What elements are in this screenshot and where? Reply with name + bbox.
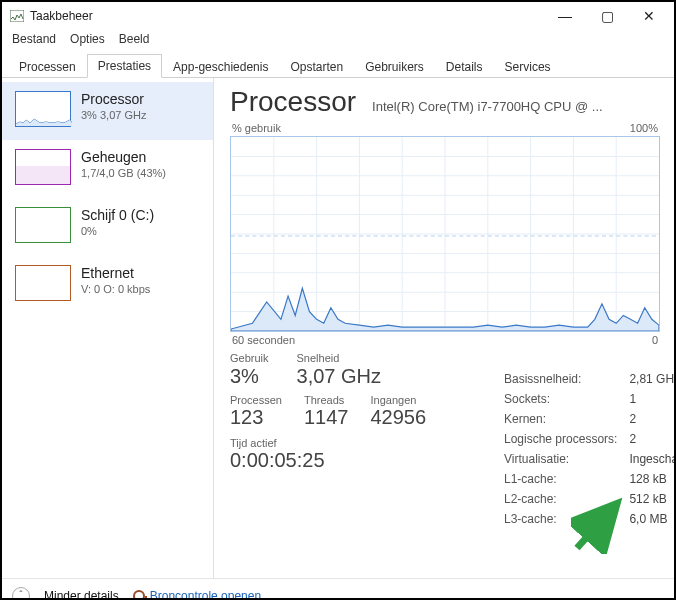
- tab-processes[interactable]: Processen: [8, 55, 87, 78]
- taskmanager-icon: [10, 10, 24, 22]
- sidebar-eth-title: Ethernet: [81, 265, 150, 281]
- handles-value: 42956: [370, 406, 426, 429]
- l1-cache-label: L1-cache:: [504, 470, 627, 488]
- tab-users[interactable]: Gebruikers: [354, 55, 435, 78]
- base-speed-label: Basissnelheid:: [504, 370, 627, 388]
- usage-label: Gebruik: [230, 352, 269, 364]
- cores-value: 2: [629, 410, 676, 428]
- maximize-button[interactable]: ▢: [586, 2, 628, 30]
- resource-monitor-link[interactable]: Broncontrole openen: [133, 589, 261, 601]
- l2-cache-value: 512 kB: [629, 490, 676, 508]
- chevron-up-icon[interactable]: ˆ: [12, 587, 30, 601]
- virtualization-value: Ingeschakeld: [629, 450, 676, 468]
- ethernet-thumbnail-icon: [15, 265, 71, 301]
- virtualization-label: Virtualisatie:: [504, 450, 627, 468]
- chart-xright: 0: [652, 334, 658, 346]
- l3-cache-value: 6,0 MB: [629, 510, 676, 528]
- sidebar-disk-title: Schijf 0 (C:): [81, 207, 154, 223]
- sidebar-mem-sub: 1,7/4,0 GB (43%): [81, 167, 166, 179]
- tab-app-history[interactable]: App-geschiedenis: [162, 55, 279, 78]
- threads-value: 1147: [304, 406, 349, 429]
- details-heading: Processor: [230, 86, 356, 118]
- cpu-thumbnail-icon: [15, 91, 71, 127]
- window-title: Taakbeheer: [30, 9, 93, 23]
- sidebar-item-disk[interactable]: Schijf 0 (C:) 0%: [2, 198, 213, 256]
- sockets-label: Sockets:: [504, 390, 627, 408]
- sidebar-disk-sub: 0%: [81, 225, 154, 237]
- tab-startup[interactable]: Opstarten: [279, 55, 354, 78]
- performance-sidebar: Processor 3% 3,07 GHz Geheugen 1,7/4,0 G…: [2, 78, 214, 578]
- tab-bar: Processen Prestaties App-geschiedenis Op…: [2, 52, 674, 78]
- resource-monitor-icon: [133, 590, 145, 601]
- fewer-details-link[interactable]: Minder details: [44, 589, 119, 601]
- cpu-model-name: Intel(R) Core(TM) i7-7700HQ CPU @ ...: [372, 99, 660, 114]
- logical-value: 2: [629, 430, 676, 448]
- sidebar-item-memory[interactable]: Geheugen 1,7/4,0 GB (43%): [2, 140, 213, 198]
- l3-cache-label: L3-cache:: [504, 510, 627, 528]
- sockets-value: 1: [629, 390, 676, 408]
- sidebar-cpu-sub: 3% 3,07 GHz: [81, 109, 146, 121]
- cores-label: Kernen:: [504, 410, 627, 428]
- l2-cache-label: L2-cache:: [504, 490, 627, 508]
- memory-thumbnail-icon: [15, 149, 71, 185]
- window-titlebar: Taakbeheer — ▢ ✕: [2, 2, 674, 30]
- processes-label: Processen: [230, 394, 282, 406]
- threads-label: Threads: [304, 394, 349, 406]
- menu-options[interactable]: Opties: [68, 30, 107, 48]
- tab-performance[interactable]: Prestaties: [87, 54, 162, 78]
- chart-xleft: 60 seconden: [232, 334, 295, 346]
- speed-value: 3,07 GHz: [297, 365, 381, 388]
- base-speed-value: 2,81 GHz: [629, 370, 676, 388]
- close-button[interactable]: ✕: [628, 2, 670, 30]
- tab-details[interactable]: Details: [435, 55, 494, 78]
- usage-value: 3%: [230, 365, 269, 388]
- sidebar-cpu-title: Processor: [81, 91, 146, 107]
- cpu-usage-chart[interactable]: [230, 136, 660, 332]
- resource-monitor-label: Broncontrole openen: [150, 589, 261, 601]
- menu-view[interactable]: Beeld: [117, 30, 152, 48]
- sidebar-item-ethernet[interactable]: Ethernet V: 0 O: 0 kbps: [2, 256, 213, 314]
- l1-cache-value: 128 kB: [629, 470, 676, 488]
- footer-bar: ˆ Minder details Broncontrole openen: [2, 578, 674, 600]
- menu-bar: Bestand Opties Beeld: [2, 30, 674, 52]
- sidebar-mem-title: Geheugen: [81, 149, 166, 165]
- sidebar-eth-sub: V: 0 O: 0 kbps: [81, 283, 150, 295]
- chart-ymax: 100%: [630, 122, 658, 134]
- sidebar-item-cpu[interactable]: Processor 3% 3,07 GHz: [2, 82, 213, 140]
- details-pane: Processor Intel(R) Core(TM) i7-7700HQ CP…: [214, 78, 674, 578]
- chart-ylabel: % gebruik: [232, 122, 281, 134]
- handles-label: Ingangen: [370, 394, 426, 406]
- cpu-spec-table: Basissnelheid: 2,81 GHz Sockets: 1 Kerne…: [502, 368, 676, 530]
- minimize-button[interactable]: —: [544, 2, 586, 30]
- speed-label: Snelheid: [297, 352, 381, 364]
- processes-value: 123: [230, 406, 282, 429]
- menu-file[interactable]: Bestand: [10, 30, 58, 48]
- logical-label: Logische processors:: [504, 430, 627, 448]
- disk-thumbnail-icon: [15, 207, 71, 243]
- tab-services[interactable]: Services: [494, 55, 562, 78]
- main-area: Processor 3% 3,07 GHz Geheugen 1,7/4,0 G…: [2, 78, 674, 578]
